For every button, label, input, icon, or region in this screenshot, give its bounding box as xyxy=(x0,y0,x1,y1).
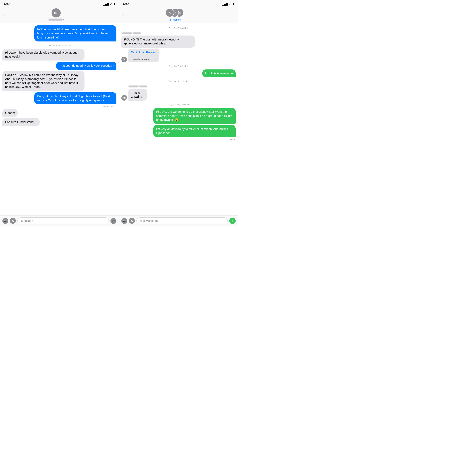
message-bubble: FOUND IT! The post with neural-network-g… xyxy=(121,35,195,48)
message-input[interactable]: Text Message xyxy=(136,218,228,224)
message-bubble: Ooooh! xyxy=(2,109,18,117)
message-row: I'm very anxious to fly to millennium fa… xyxy=(121,125,236,137)
message-row: ball on our lunch! No excuse except that… xyxy=(2,25,116,41)
tap-to-load[interactable]: Tap to Load Preview xyxy=(128,49,159,56)
right-time: 6:46 xyxy=(123,2,129,6)
right-phone: 6:46 ▂▄▆ ⇌ ▮ ‹ JL AN JA 3 People › Tue, … xyxy=(119,0,238,226)
left-header-center: MR › xyxy=(49,8,64,21)
left-back-button[interactable]: ‹ xyxy=(3,12,5,18)
left-messages-area: ball on our lunch! No excuse except that… xyxy=(0,23,119,215)
group-avatars: JL AN JA xyxy=(165,8,185,17)
timestamp-label: Tue, Sep 3, 8:39 PM xyxy=(121,65,236,67)
message-row: Hi Dave! I have been absolutely swamped.… xyxy=(2,49,116,61)
right-status-bar: 6:46 ▂▄▆ ⇌ ▮ xyxy=(119,0,238,7)
signal-icon: ▂▄▆ xyxy=(222,3,228,6)
right-group-name[interactable]: 3 People › xyxy=(169,18,181,21)
message-input[interactable]: iMessage xyxy=(17,218,109,224)
read-receipt: Read xyxy=(121,138,236,141)
wifi-icon: ⇌ xyxy=(229,3,231,6)
camera-button[interactable]: 📷 xyxy=(2,218,8,224)
left-input-bar: 📷 A iMessage 🎤 xyxy=(0,215,119,226)
right-messages-area: Tue, Sep 3, 3:43 PM FOUND IT! The post w… xyxy=(119,23,238,215)
message-row: Ooooh! xyxy=(2,109,116,117)
message-row: That sounds good. How is your Tuesday? xyxy=(2,62,116,70)
avatar-jl: JL xyxy=(165,8,174,17)
right-chat-header: ‹ JL AN JA 3 People › xyxy=(119,7,238,23)
wifi-icon: ⇌ xyxy=(110,3,112,6)
left-phone: 6:48 ▂▄▆ ⇌ ▮ ‹ MR › ball on our lunch! N… xyxy=(0,0,119,226)
message-bubble: I'm very anxious to fly to millennium fa… xyxy=(153,125,236,137)
message-row: Hi guys, are we going to do that Disney … xyxy=(121,108,236,124)
left-contact-name[interactable]: › xyxy=(49,18,64,21)
right-header-center: JL AN JA 3 People › xyxy=(165,8,185,21)
send-button[interactable]: ↑ xyxy=(229,218,236,224)
sender-avatar-ja: JA xyxy=(121,57,127,62)
camera-button[interactable]: 📷 xyxy=(121,218,127,224)
timestamp-label: Tue, Sep 3, 3:43 PM xyxy=(121,27,236,29)
timestamp-label: Thu, Sep 26, 11:09 AM xyxy=(121,103,236,106)
link-preview-row: JA Tap to Load Preview towardsdatascie..… xyxy=(121,49,236,62)
message-row: Lol. This is awesome xyxy=(121,69,236,77)
message-bubble: Hi Dave! I have been absolutely swamped.… xyxy=(2,49,85,61)
battery-icon: ▮ xyxy=(113,3,115,6)
message-bubble: Can't do Tuesday but could do Wednesday … xyxy=(2,71,85,91)
message-row: Cool, let me check my cal and I'll get b… xyxy=(2,92,116,104)
link-preview-bubble[interactable]: Tap to Load Preview towardsdatascie... › xyxy=(128,49,159,62)
left-status-bar: 6:48 ▂▄▆ ⇌ ▮ xyxy=(0,0,119,7)
message-bubble: Lol. This is awesome xyxy=(202,69,236,77)
timestamp-label: Wed, Sep 4, 12:59 PM xyxy=(121,80,236,83)
app-button[interactable]: A xyxy=(10,218,16,224)
message-row: FOUND IT! The post with neural-network-g… xyxy=(121,31,236,48)
message-row: For sure I understand.... xyxy=(2,118,116,126)
message-row-with-avatar: AN That is amazing xyxy=(121,85,236,101)
audio-button[interactable]: 🎤 xyxy=(111,218,116,224)
message-bubble: Hi guys, are we going to do that Disney … xyxy=(153,108,236,124)
app-button[interactable]: A xyxy=(129,218,135,224)
message-bubble: ball on our lunch! No excuse except that… xyxy=(34,25,116,41)
message-bubble: That sounds good. How is your Tuesday? xyxy=(56,62,116,70)
left-avatar: MR xyxy=(52,8,61,17)
link-url[interactable]: towardsdatascie... › xyxy=(128,56,159,62)
read-receipt: Read 1/19/18 xyxy=(2,105,116,108)
message-bubble-that-is-amazing: That is amazing xyxy=(128,89,147,101)
message-row: Can't do Tuesday but could do Wednesday … xyxy=(2,71,116,91)
right-back-button[interactable]: ‹ xyxy=(122,12,124,18)
signal-icon: ▂▄▆ xyxy=(103,3,109,6)
left-status-icons: ▂▄▆ ⇌ ▮ xyxy=(103,3,115,6)
left-time: 6:48 xyxy=(4,2,10,6)
left-chat-header: ‹ MR › xyxy=(0,7,119,23)
message-bubble: Cool, let me check my cal and I'll get b… xyxy=(34,92,116,104)
sender-avatar-an: AN xyxy=(121,95,127,101)
timestamp-label: Jan 19, 2018, 10:35 AM xyxy=(2,44,116,47)
right-status-icons: ▂▄▆ ⇌ ▮ xyxy=(222,3,234,6)
message-bubble: For sure I understand.... xyxy=(2,118,40,126)
right-input-bar: 📷 A Text Message ↑ xyxy=(119,215,238,226)
battery-icon: ▮ xyxy=(233,3,234,6)
